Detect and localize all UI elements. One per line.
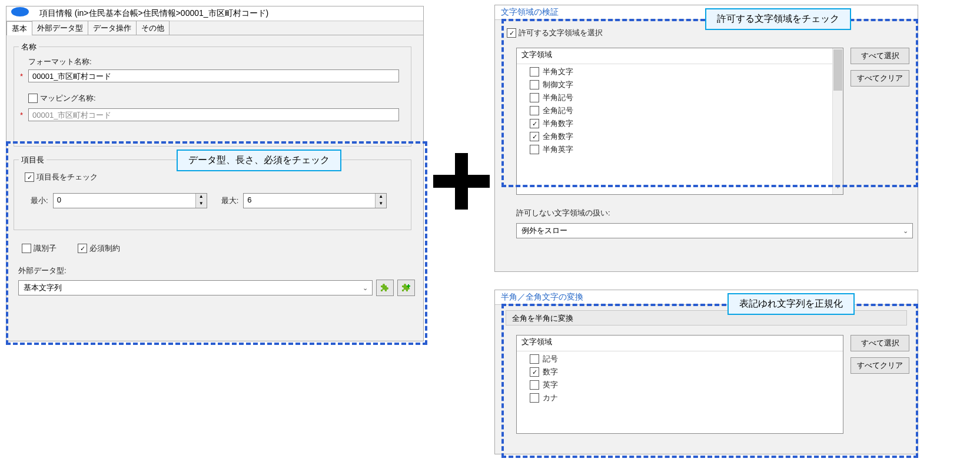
external-type-select[interactable]: 基本文字列 ⌄ [18, 280, 373, 295]
mapping-name-label: マッピング名称: [40, 93, 96, 104]
list-item-label: 記号 [543, 354, 558, 364]
list-item-label: 数字 [543, 367, 558, 377]
external-type-value: 基本文字列 [24, 283, 62, 293]
plus-icon [433, 153, 490, 210]
puzzle-icon [380, 283, 390, 293]
identifier-label: 識別子 [34, 243, 57, 254]
checkbox-box [530, 93, 539, 102]
convert-list-header: 文字領域 [517, 336, 843, 351]
min-label: 最小: [31, 195, 48, 206]
checkbox-box: ✓ [78, 244, 87, 253]
checkbox-box [530, 145, 539, 154]
identifier-checkbox[interactable]: 識別子 [22, 243, 57, 254]
tab-data-ops[interactable]: データ操作 [88, 21, 137, 35]
list-item[interactable]: カナ [517, 391, 843, 404]
deny-handling-value: 例外をスロー [521, 225, 567, 236]
scrollbar[interactable]: ˄ ˅ [832, 48, 843, 194]
allow-check[interactable]: ✓ 許可する文字領域を選択 [507, 28, 603, 38]
list-item[interactable]: 記号 [517, 353, 843, 366]
checkbox-box: ✓ [530, 119, 539, 128]
list-item-label: 半角数字 [543, 118, 573, 129]
max-value: 6 [244, 194, 375, 208]
checkbox-box [530, 380, 539, 390]
check-length-label: 項目長をチェック [36, 172, 98, 182]
allow-check-label: 許可する文字領域を選択 [519, 28, 603, 38]
checkbox-box [530, 393, 539, 403]
list-item-label: 半角英字 [543, 144, 573, 155]
checkbox-box [530, 106, 539, 115]
checkbox-box: ✓ [507, 28, 516, 38]
list-item[interactable]: 半角英字 [517, 143, 843, 156]
format-name-input[interactable]: 00001_市区町村コード [28, 69, 399, 82]
tab-basic[interactable]: 基本 [6, 21, 32, 35]
list-item[interactable]: 半角記号 [517, 91, 843, 104]
scroll-thumb[interactable] [833, 49, 842, 91]
validation-title-text: 文字領域の検証 [495, 5, 564, 19]
callout-right-bottom: 表記ゆれ文字列を正規化 [727, 293, 855, 315]
deny-handling-select[interactable]: 例外をスロー ⌄ [516, 223, 913, 238]
checkbox-box [530, 354, 539, 364]
list-item-label: 全角数字 [543, 131, 573, 142]
checkbox-box: ✓ [25, 172, 34, 182]
checkbox-box [530, 80, 539, 89]
max-label: 最大: [221, 195, 239, 206]
panel-title-left: 項目情報 (in>住民基本台帳>住民情報>00001_市区町村コード) [6, 6, 423, 21]
deny-handling-label: 許可しない文字領域の扱い: [516, 208, 610, 218]
spin-down-icon[interactable]: ▼ [196, 201, 207, 208]
callout-left: データ型、長さ、必須をチェック [177, 150, 341, 171]
clear-all-button[interactable]: すべてクリア [851, 357, 909, 374]
list-item-label: 半角文字 [543, 67, 573, 77]
tab-other[interactable]: その他 [136, 21, 170, 35]
list-item[interactable]: 制御文字 [517, 78, 843, 91]
chevron-down-icon: ⌄ [360, 284, 370, 292]
list-item[interactable]: 英字 [517, 378, 843, 391]
convert-title-text: 半角／全角文字の変換 [495, 290, 589, 304]
tab-external-type[interactable]: 外部データ型 [32, 21, 88, 35]
select-all-button[interactable]: すべて選択 [851, 48, 909, 64]
external-type-label: 外部データ型: [18, 265, 67, 276]
group-name: 名称 フォーマット名称: * 00001_市区町村コード マッピング名称: * … [14, 46, 411, 147]
required-checkbox[interactable]: ✓ 必須制約 [78, 243, 120, 254]
min-spinner[interactable]: 0 ▲▼ [53, 193, 207, 208]
check-length-checkbox[interactable]: ✓ 項目長をチェック [25, 172, 98, 182]
required-label: 必須制約 [89, 243, 120, 254]
checkbox-box [22, 244, 31, 253]
puzzle-plus-icon [401, 283, 411, 293]
format-name-label: フォーマット名称: [28, 57, 92, 67]
chevron-down-icon: ⌄ [901, 227, 910, 235]
mapping-name-checkbox[interactable]: マッピング名称: [28, 93, 96, 104]
tabstrip: 基本 外部データ型 データ操作 その他 [6, 21, 423, 35]
spin-down-icon[interactable]: ▼ [376, 201, 386, 208]
list-item[interactable]: ✓全角数字 [517, 130, 843, 143]
list-item[interactable]: 全角記号 [517, 104, 843, 117]
select-all-button[interactable]: すべて選択 [851, 335, 909, 351]
list-item[interactable]: ✓半角数字 [517, 117, 843, 130]
callout-right-top: 許可する文字領域をチェック [705, 8, 851, 30]
checkbox-box: ✓ [530, 367, 539, 377]
checkbox-box: ✓ [530, 132, 539, 141]
charset-listbox[interactable]: 文字領域 半角文字制御文字半角記号全角記号✓半角数字✓全角数字半角英字 ˄ ˅ [516, 48, 843, 195]
clear-all-button[interactable]: すべてクリア [851, 70, 909, 87]
convert-listbox[interactable]: 文字領域 記号✓数字英字カナ [516, 335, 843, 434]
group-length-legend: 項目長 [19, 155, 46, 165]
list-item-label: 半角記号 [543, 92, 573, 103]
spin-up-icon[interactable]: ▲ [196, 194, 207, 201]
scroll-down-icon[interactable]: ˅ [833, 184, 843, 194]
max-spinner[interactable]: 6 ▲▼ [243, 193, 387, 208]
mapping-name-input[interactable]: 00001_市区町村コード [28, 108, 399, 121]
ext-type-button-1[interactable] [376, 280, 394, 296]
list-item-label: カナ [543, 393, 558, 403]
list-item-label: 全角記号 [543, 105, 573, 116]
left-title-text: 項目情報 (in>住民基本台帳>住民情報>00001_市区町村コード) [34, 6, 274, 21]
spin-up-icon[interactable]: ▲ [376, 194, 386, 201]
list-item-label: 制御文字 [543, 79, 573, 90]
group-name-legend: 名称 [19, 42, 39, 52]
checkbox-box [530, 67, 539, 77]
list-item[interactable]: 半角文字 [517, 65, 843, 78]
list-item[interactable]: ✓数字 [517, 366, 843, 378]
charset-list-header: 文字領域 [517, 48, 843, 64]
indicator-dot [11, 7, 29, 16]
min-value: 0 [54, 194, 195, 208]
ext-type-button-2[interactable] [397, 280, 415, 296]
checkbox-box [28, 94, 38, 103]
